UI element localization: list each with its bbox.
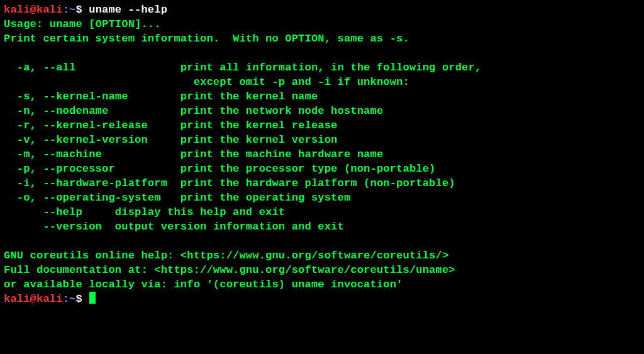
output-footer-2: or available locally via: info '(coreuti… xyxy=(4,277,640,292)
output-opt-0: -a, --all print all information, in the … xyxy=(4,60,640,75)
prompt-host: kali xyxy=(36,293,63,305)
output-opt-9: -o, --operating-system print the operati… xyxy=(4,191,640,205)
output-opt-4: -r, --kernel-release print the kernel re… xyxy=(4,118,640,133)
prompt-at: @ xyxy=(30,293,36,305)
prompt-path: ~ xyxy=(69,4,75,16)
output-opt-5: -v, --kernel-version print the kernel ve… xyxy=(4,133,640,147)
prompt-at: @ xyxy=(30,4,36,16)
prompt-user: kali xyxy=(4,4,30,16)
prompt-symbol: $ xyxy=(75,293,82,305)
blank-line xyxy=(4,234,640,248)
output-opt-6: -m, --machine print the machine hardware… xyxy=(4,147,640,162)
blank-line xyxy=(4,46,640,60)
output-opt-3: -n, --nodename print the network node ho… xyxy=(4,104,640,118)
command-input[interactable]: uname --help xyxy=(89,4,167,16)
prompt-symbol: $ xyxy=(75,4,82,16)
prompt-user: kali xyxy=(4,293,30,305)
output-opt-8: -i, --hardware-platform print the hardwa… xyxy=(4,176,640,191)
prompt-colon: : xyxy=(63,293,69,305)
command-output-sep xyxy=(82,4,89,16)
prompt-colon: : xyxy=(63,4,69,16)
cursor-icon xyxy=(89,292,96,304)
output-usage: Usage: uname [OPTION]... xyxy=(4,17,640,31)
prompt-host: kali xyxy=(36,4,63,16)
output-opt-2: -s, --kernel-name print the kernel name xyxy=(4,89,640,104)
output-footer-1: Full documentation at: <https://www.gnu.… xyxy=(4,263,640,277)
output-desc: Print certain system information. With n… xyxy=(4,31,640,46)
prompt-path: ~ xyxy=(69,293,75,305)
output-opt-10: --help display this help and exit xyxy=(4,205,640,219)
output-opt-11: --version output version information and… xyxy=(4,219,640,234)
output-footer-0: GNU coreutils online help: <https://www.… xyxy=(4,248,640,263)
prompt-line-2[interactable]: kali@kali:~$ xyxy=(4,292,640,306)
prompt-line-1: kali@kali:~$ uname --help xyxy=(4,3,640,17)
output-opt-7: -p, --processor print the processor type… xyxy=(4,162,640,176)
output-opt-1: except omit -p and -i if unknown: xyxy=(4,75,640,89)
